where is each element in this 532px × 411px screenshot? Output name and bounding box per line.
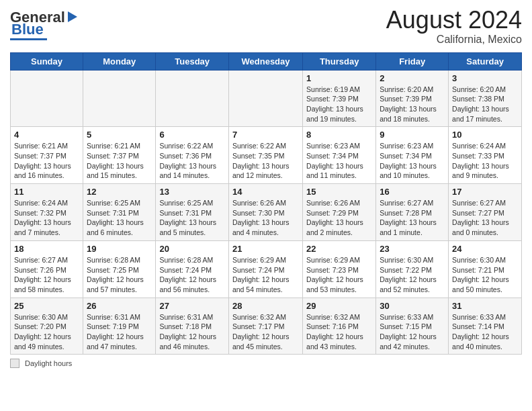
day-number: 11 [14,187,79,197]
legend-label: Daylight hours [25,359,72,367]
day-number: 20 [159,244,225,254]
day-number: 3 [452,73,518,83]
day-number: 28 [232,301,299,311]
day-info: Sunrise: 6:19 AM Sunset: 7:39 PM Dayligh… [306,85,372,124]
day-number: 31 [452,301,518,311]
legend-box [10,359,19,368]
day-info: Sunrise: 6:20 AM Sunset: 7:38 PM Dayligh… [452,85,518,124]
calendar-cell: 17Sunrise: 6:27 AM Sunset: 7:27 PM Dayli… [449,184,522,241]
calendar-cell [228,70,302,127]
week-row-5: 25Sunrise: 6:30 AM Sunset: 7:20 PM Dayli… [11,298,522,355]
day-number: 10 [452,130,518,140]
day-info: Sunrise: 6:33 AM Sunset: 7:15 PM Dayligh… [380,312,445,352]
day-number: 21 [232,244,299,254]
calendar-cell: 31Sunrise: 6:33 AM Sunset: 7:14 PM Dayli… [449,298,522,355]
day-header-wednesday: Wednesday [228,52,302,70]
calendar-cell: 27Sunrise: 6:31 AM Sunset: 7:18 PM Dayli… [156,298,229,355]
day-number: 13 [159,187,225,197]
location-subtitle: California, Mexico [386,34,522,46]
day-number: 8 [306,130,372,140]
calendar-cell [83,70,156,127]
day-info: Sunrise: 6:30 AM Sunset: 7:22 PM Dayligh… [380,255,445,295]
day-header-monday: Monday [83,52,156,70]
day-info: Sunrise: 6:32 AM Sunset: 7:17 PM Dayligh… [232,312,299,352]
day-header-tuesday: Tuesday [156,52,229,70]
page-header: General Blue August 2024 California, Mex… [10,7,522,46]
logo-arrow-icon [65,10,80,25]
calendar-cell: 9Sunrise: 6:23 AM Sunset: 7:34 PM Daylig… [376,127,449,184]
calendar-cell [156,70,229,127]
day-number: 27 [159,301,225,311]
calendar-header-row: SundayMondayTuesdayWednesdayThursdayFrid… [11,52,522,70]
calendar-cell: 14Sunrise: 6:26 AM Sunset: 7:30 PM Dayli… [228,184,302,241]
day-info: Sunrise: 6:31 AM Sunset: 7:19 PM Dayligh… [87,312,152,352]
day-number: 5 [87,130,152,140]
day-info: Sunrise: 6:29 AM Sunset: 7:23 PM Dayligh… [306,255,372,295]
calendar-cell: 7Sunrise: 6:22 AM Sunset: 7:35 PM Daylig… [228,127,302,184]
day-info: Sunrise: 6:32 AM Sunset: 7:16 PM Dayligh… [306,312,372,352]
day-info: Sunrise: 6:24 AM Sunset: 7:32 PM Dayligh… [14,198,79,238]
day-number: 29 [306,301,372,311]
day-info: Sunrise: 6:22 AM Sunset: 7:36 PM Dayligh… [159,141,225,181]
day-number: 14 [232,187,299,197]
calendar-cell: 2Sunrise: 6:20 AM Sunset: 7:39 PM Daylig… [376,70,449,127]
calendar-cell: 5Sunrise: 6:21 AM Sunset: 7:37 PM Daylig… [83,127,156,184]
day-header-thursday: Thursday [303,52,376,70]
calendar-cell: 13Sunrise: 6:25 AM Sunset: 7:31 PM Dayli… [156,184,229,241]
day-number: 26 [87,301,152,311]
calendar-cell: 6Sunrise: 6:22 AM Sunset: 7:36 PM Daylig… [156,127,229,184]
calendar-footer: Daylight hours [10,359,522,368]
day-info: Sunrise: 6:21 AM Sunset: 7:37 PM Dayligh… [14,141,79,181]
day-number: 12 [87,187,152,197]
calendar-cell: 15Sunrise: 6:26 AM Sunset: 7:29 PM Dayli… [303,184,376,241]
day-info: Sunrise: 6:33 AM Sunset: 7:14 PM Dayligh… [452,312,518,352]
day-info: Sunrise: 6:28 AM Sunset: 7:25 PM Dayligh… [87,255,152,295]
calendar-cell: 8Sunrise: 6:23 AM Sunset: 7:34 PM Daylig… [303,127,376,184]
calendar-table: SundayMondayTuesdayWednesdayThursdayFrid… [10,52,522,355]
calendar-cell: 24Sunrise: 6:30 AM Sunset: 7:21 PM Dayli… [449,240,522,298]
day-info: Sunrise: 6:22 AM Sunset: 7:35 PM Dayligh… [232,141,299,181]
svg-marker-0 [68,11,77,22]
day-info: Sunrise: 6:24 AM Sunset: 7:33 PM Dayligh… [452,141,518,181]
week-row-4: 18Sunrise: 6:27 AM Sunset: 7:26 PM Dayli… [11,240,522,298]
calendar-cell: 10Sunrise: 6:24 AM Sunset: 7:33 PM Dayli… [449,127,522,184]
day-number: 16 [380,187,445,197]
calendar-cell: 16Sunrise: 6:27 AM Sunset: 7:28 PM Dayli… [376,184,449,241]
calendar-cell: 19Sunrise: 6:28 AM Sunset: 7:25 PM Dayli… [83,240,156,298]
day-number: 17 [452,187,518,197]
calendar-cell: 28Sunrise: 6:32 AM Sunset: 7:17 PM Dayli… [228,298,302,355]
calendar-cell: 22Sunrise: 6:29 AM Sunset: 7:23 PM Dayli… [303,240,376,298]
day-info: Sunrise: 6:21 AM Sunset: 7:37 PM Dayligh… [87,141,152,181]
day-info: Sunrise: 6:25 AM Sunset: 7:31 PM Dayligh… [87,198,152,238]
day-info: Sunrise: 6:23 AM Sunset: 7:34 PM Dayligh… [306,141,372,181]
calendar-cell: 11Sunrise: 6:24 AM Sunset: 7:32 PM Dayli… [11,184,83,241]
day-number: 4 [14,130,79,140]
day-info: Sunrise: 6:25 AM Sunset: 7:31 PM Dayligh… [159,198,225,238]
calendar-cell [11,70,83,127]
day-info: Sunrise: 6:29 AM Sunset: 7:24 PM Dayligh… [232,255,299,295]
day-info: Sunrise: 6:27 AM Sunset: 7:26 PM Dayligh… [14,255,79,295]
day-number: 30 [380,301,445,311]
day-number: 2 [380,73,445,83]
calendar-cell: 23Sunrise: 6:30 AM Sunset: 7:22 PM Dayli… [376,240,449,298]
day-info: Sunrise: 6:26 AM Sunset: 7:29 PM Dayligh… [306,198,372,238]
week-row-3: 11Sunrise: 6:24 AM Sunset: 7:32 PM Dayli… [11,184,522,241]
calendar-cell: 26Sunrise: 6:31 AM Sunset: 7:19 PM Dayli… [83,298,156,355]
week-row-1: 1Sunrise: 6:19 AM Sunset: 7:39 PM Daylig… [11,70,522,127]
week-row-2: 4Sunrise: 6:21 AM Sunset: 7:37 PM Daylig… [11,127,522,184]
day-info: Sunrise: 6:27 AM Sunset: 7:27 PM Dayligh… [452,198,518,238]
day-number: 24 [452,244,518,254]
title-block: August 2024 California, Mexico [386,7,522,46]
day-number: 18 [14,244,79,254]
day-number: 23 [380,244,445,254]
calendar-cell: 18Sunrise: 6:27 AM Sunset: 7:26 PM Dayli… [11,240,83,298]
calendar-cell: 25Sunrise: 6:30 AM Sunset: 7:20 PM Dayli… [11,298,83,355]
calendar-cell: 21Sunrise: 6:29 AM Sunset: 7:24 PM Dayli… [228,240,302,298]
day-info: Sunrise: 6:23 AM Sunset: 7:34 PM Dayligh… [380,141,445,181]
calendar-cell: 29Sunrise: 6:32 AM Sunset: 7:16 PM Dayli… [303,298,376,355]
logo-blue-text: Blue [11,22,44,37]
day-header-saturday: Saturday [449,52,522,70]
day-info: Sunrise: 6:31 AM Sunset: 7:18 PM Dayligh… [159,312,225,352]
day-number: 9 [380,130,445,140]
calendar-cell: 20Sunrise: 6:28 AM Sunset: 7:24 PM Dayli… [156,240,229,298]
